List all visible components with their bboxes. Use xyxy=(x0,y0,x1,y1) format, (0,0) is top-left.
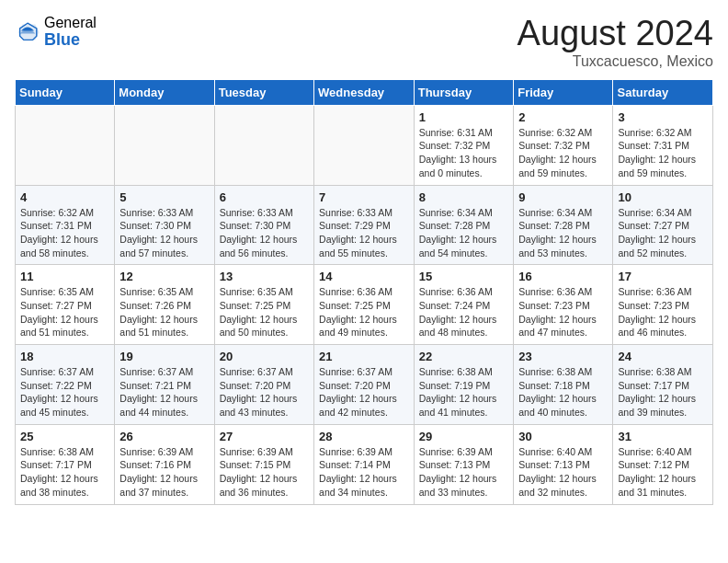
day-info: Sunrise: 6:35 AM Sunset: 7:25 PM Dayligh… xyxy=(220,285,309,339)
logo-blue: Blue xyxy=(44,31,97,50)
day-info: Sunrise: 6:37 AM Sunset: 7:22 PM Dayligh… xyxy=(20,365,109,419)
day-number: 22 xyxy=(419,350,508,363)
calendar-cell: 1Sunrise: 6:31 AM Sunset: 7:32 PM Daylig… xyxy=(414,105,513,185)
day-info: Sunrise: 6:35 AM Sunset: 7:27 PM Dayligh… xyxy=(20,285,109,339)
calendar-title: August 2024 xyxy=(518,15,713,53)
weekday-header-wednesday: Wednesday xyxy=(314,79,415,105)
day-info: Sunrise: 6:34 AM Sunset: 7:28 PM Dayligh… xyxy=(518,206,608,260)
calendar-week-row: 11Sunrise: 6:35 AM Sunset: 7:27 PM Dayli… xyxy=(16,265,713,345)
day-number: 2 xyxy=(518,110,608,124)
day-number: 29 xyxy=(419,430,508,443)
day-info: Sunrise: 6:39 AM Sunset: 7:15 PM Dayligh… xyxy=(220,445,309,500)
day-number: 27 xyxy=(220,430,309,443)
day-info: Sunrise: 6:34 AM Sunset: 7:28 PM Dayligh… xyxy=(419,206,508,260)
calendar-cell: 25Sunrise: 6:38 AM Sunset: 7:17 PM Dayli… xyxy=(16,424,115,504)
weekday-header-sunday: Sunday xyxy=(16,79,115,105)
day-number: 31 xyxy=(618,430,708,443)
day-number: 18 xyxy=(20,350,109,363)
calendar-cell: 2Sunrise: 6:32 AM Sunset: 7:32 PM Daylig… xyxy=(514,105,613,185)
day-info: Sunrise: 6:38 AM Sunset: 7:19 PM Dayligh… xyxy=(419,365,508,419)
weekday-header-tuesday: Tuesday xyxy=(214,79,313,105)
day-number: 20 xyxy=(220,350,309,363)
calendar-cell: 19Sunrise: 6:37 AM Sunset: 7:21 PM Dayli… xyxy=(115,345,214,425)
day-number: 30 xyxy=(518,430,608,443)
day-info: Sunrise: 6:38 AM Sunset: 7:17 PM Dayligh… xyxy=(618,365,708,419)
calendar-cell xyxy=(314,105,415,185)
calendar-week-row: 4Sunrise: 6:32 AM Sunset: 7:31 PM Daylig… xyxy=(16,185,713,265)
logo-general: General xyxy=(44,15,97,31)
calendar-cell: 15Sunrise: 6:36 AM Sunset: 7:24 PM Dayli… xyxy=(414,265,513,345)
day-info: Sunrise: 6:33 AM Sunset: 7:30 PM Dayligh… xyxy=(119,206,209,260)
calendar-week-row: 18Sunrise: 6:37 AM Sunset: 7:22 PM Dayli… xyxy=(16,345,713,425)
calendar-cell: 10Sunrise: 6:34 AM Sunset: 7:27 PM Dayli… xyxy=(613,185,713,265)
calendar-week-row: 25Sunrise: 6:38 AM Sunset: 7:17 PM Dayli… xyxy=(16,424,713,504)
day-info: Sunrise: 6:39 AM Sunset: 7:16 PM Dayligh… xyxy=(119,445,209,500)
calendar-cell xyxy=(115,105,214,185)
calendar-cell: 29Sunrise: 6:39 AM Sunset: 7:13 PM Dayli… xyxy=(414,424,513,504)
logo-icon xyxy=(15,19,40,45)
day-number: 12 xyxy=(119,270,209,283)
day-info: Sunrise: 6:36 AM Sunset: 7:25 PM Dayligh… xyxy=(319,285,409,339)
day-info: Sunrise: 6:40 AM Sunset: 7:12 PM Dayligh… xyxy=(618,445,708,500)
calendar-table: SundayMondayTuesdayWednesdayThursdayFrid… xyxy=(15,79,713,505)
day-number: 10 xyxy=(618,190,708,204)
calendar-cell: 27Sunrise: 6:39 AM Sunset: 7:15 PM Dayli… xyxy=(214,424,313,504)
calendar-cell: 20Sunrise: 6:37 AM Sunset: 7:20 PM Dayli… xyxy=(214,345,313,425)
calendar-cell: 9Sunrise: 6:34 AM Sunset: 7:28 PM Daylig… xyxy=(514,185,613,265)
day-info: Sunrise: 6:33 AM Sunset: 7:30 PM Dayligh… xyxy=(220,206,309,260)
calendar-cell: 23Sunrise: 6:38 AM Sunset: 7:18 PM Dayli… xyxy=(514,345,613,425)
calendar-cell: 14Sunrise: 6:36 AM Sunset: 7:25 PM Dayli… xyxy=(314,265,415,345)
day-info: Sunrise: 6:37 AM Sunset: 7:20 PM Dayligh… xyxy=(220,365,309,419)
day-info: Sunrise: 6:36 AM Sunset: 7:23 PM Dayligh… xyxy=(618,285,708,339)
day-number: 6 xyxy=(220,190,309,204)
day-number: 26 xyxy=(119,430,209,443)
calendar-cell: 31Sunrise: 6:40 AM Sunset: 7:12 PM Dayli… xyxy=(613,424,713,504)
day-info: Sunrise: 6:33 AM Sunset: 7:29 PM Dayligh… xyxy=(319,206,409,260)
calendar-cell: 26Sunrise: 6:39 AM Sunset: 7:16 PM Dayli… xyxy=(115,424,214,504)
calendar-cell: 11Sunrise: 6:35 AM Sunset: 7:27 PM Dayli… xyxy=(16,265,115,345)
day-number: 15 xyxy=(419,270,508,283)
calendar-cell: 6Sunrise: 6:33 AM Sunset: 7:30 PM Daylig… xyxy=(214,185,313,265)
calendar-cell: 30Sunrise: 6:40 AM Sunset: 7:13 PM Dayli… xyxy=(514,424,613,504)
day-info: Sunrise: 6:38 AM Sunset: 7:17 PM Dayligh… xyxy=(20,445,109,500)
day-number: 8 xyxy=(419,190,508,204)
day-number: 19 xyxy=(119,350,209,363)
weekday-header-friday: Friday xyxy=(514,79,613,105)
day-number: 4 xyxy=(20,190,109,204)
day-number: 7 xyxy=(319,190,409,204)
day-info: Sunrise: 6:39 AM Sunset: 7:14 PM Dayligh… xyxy=(319,445,409,500)
day-info: Sunrise: 6:31 AM Sunset: 7:32 PM Dayligh… xyxy=(419,126,508,180)
logo: General Blue xyxy=(15,15,97,49)
day-number: 13 xyxy=(220,270,309,283)
calendar-cell: 17Sunrise: 6:36 AM Sunset: 7:23 PM Dayli… xyxy=(613,265,713,345)
day-info: Sunrise: 6:36 AM Sunset: 7:23 PM Dayligh… xyxy=(518,285,608,339)
calendar-cell: 22Sunrise: 6:38 AM Sunset: 7:19 PM Dayli… xyxy=(414,345,513,425)
day-number: 14 xyxy=(319,270,409,283)
day-info: Sunrise: 6:39 AM Sunset: 7:13 PM Dayligh… xyxy=(419,445,508,500)
weekday-header-thursday: Thursday xyxy=(414,79,513,105)
day-number: 24 xyxy=(618,350,708,363)
calendar-cell xyxy=(214,105,313,185)
day-number: 3 xyxy=(618,110,708,124)
day-info: Sunrise: 6:32 AM Sunset: 7:31 PM Dayligh… xyxy=(20,206,109,260)
day-number: 21 xyxy=(319,350,409,363)
day-number: 28 xyxy=(319,430,409,443)
day-number: 25 xyxy=(20,430,109,443)
page-header: General Blue August 2024 Tuxcacuesco, Me… xyxy=(15,15,713,70)
day-number: 11 xyxy=(20,270,109,283)
day-info: Sunrise: 6:37 AM Sunset: 7:21 PM Dayligh… xyxy=(119,365,209,419)
calendar-week-row: 1Sunrise: 6:31 AM Sunset: 7:32 PM Daylig… xyxy=(16,105,713,185)
day-number: 1 xyxy=(419,110,508,124)
day-info: Sunrise: 6:40 AM Sunset: 7:13 PM Dayligh… xyxy=(518,445,608,500)
calendar-cell: 13Sunrise: 6:35 AM Sunset: 7:25 PM Dayli… xyxy=(214,265,313,345)
day-number: 17 xyxy=(618,270,708,283)
day-number: 16 xyxy=(518,270,608,283)
calendar-cell: 18Sunrise: 6:37 AM Sunset: 7:22 PM Dayli… xyxy=(16,345,115,425)
calendar-location: Tuxcacuesco, Mexico xyxy=(518,53,713,70)
calendar-cell: 16Sunrise: 6:36 AM Sunset: 7:23 PM Dayli… xyxy=(514,265,613,345)
calendar-cell: 7Sunrise: 6:33 AM Sunset: 7:29 PM Daylig… xyxy=(314,185,415,265)
day-number: 23 xyxy=(518,350,608,363)
day-info: Sunrise: 6:37 AM Sunset: 7:20 PM Dayligh… xyxy=(319,365,409,419)
title-block: August 2024 Tuxcacuesco, Mexico xyxy=(518,15,713,70)
calendar-cell: 3Sunrise: 6:32 AM Sunset: 7:31 PM Daylig… xyxy=(613,105,713,185)
